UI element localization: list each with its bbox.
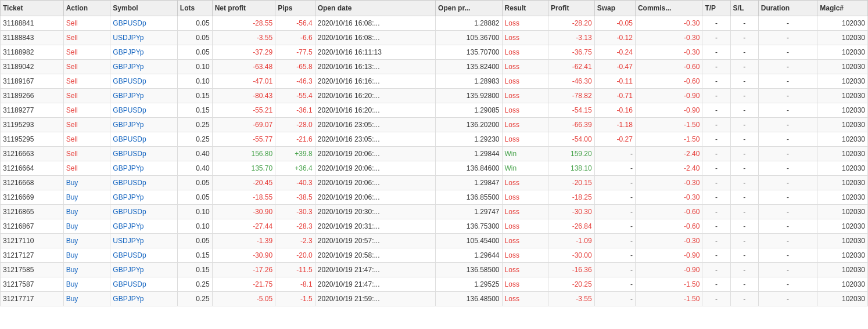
- cell-net-profit: -47.01: [212, 74, 275, 89]
- cell-symbol: GBPUSDp: [110, 176, 178, 190]
- cell-pips: -28.0: [275, 118, 315, 132]
- cell-swap: -: [594, 205, 635, 219]
- col-header-open-date[interactable]: Open date: [315, 1, 435, 16]
- cell-swap: -0.47: [594, 60, 635, 74]
- cell-open-date: 2020/10/16 16:20:...: [315, 89, 435, 103]
- cell-pips: -20.0: [275, 248, 315, 263]
- cell-profit: -18.25: [548, 190, 595, 205]
- col-header-result[interactable]: Result: [502, 1, 548, 16]
- cell-open-pr: 1.29847: [436, 176, 502, 190]
- cell-ticket: 31217127: [1, 248, 64, 263]
- col-header-action[interactable]: Action: [63, 1, 110, 16]
- col-header-profit[interactable]: Profit: [548, 1, 595, 16]
- cell-net-profit: -55.21: [212, 103, 275, 118]
- cell-open-date: 2020/10/19 20:57:...: [315, 234, 435, 248]
- cell-commission: -0.30: [635, 45, 702, 60]
- cell-duration: -: [758, 147, 817, 161]
- cell-ticket: 31195295: [1, 132, 64, 147]
- cell-commission: -0.30: [635, 190, 702, 205]
- cell-lots: 0.25: [177, 277, 212, 292]
- cell-tp: -: [702, 219, 730, 234]
- cell-duration: -: [758, 263, 817, 277]
- table-row: 31189266 Sell GBPJPYp 0.15 -80.43 -55.4 …: [1, 89, 868, 103]
- col-header-lots[interactable]: Lots: [177, 1, 212, 16]
- cell-ticket: 31189277: [1, 103, 64, 118]
- cell-net-profit: -80.43: [212, 89, 275, 103]
- cell-ticket: 31217587: [1, 277, 64, 292]
- cell-commission: -0.90: [635, 248, 702, 263]
- cell-result: Loss: [502, 234, 548, 248]
- cell-commission: -1.50: [635, 292, 702, 306]
- cell-action: Sell: [63, 60, 110, 74]
- cell-tp: -: [702, 190, 730, 205]
- cell-tp: -: [702, 292, 730, 306]
- cell-sl: -: [730, 60, 758, 74]
- cell-commission: -0.30: [635, 31, 702, 45]
- col-header-duration[interactable]: Duration: [758, 1, 817, 16]
- cell-symbol: GBPUSDp: [110, 248, 178, 263]
- cell-pips: -38.5: [275, 190, 315, 205]
- cell-net-profit: -21.75: [212, 277, 275, 292]
- cell-pips: -55.4: [275, 89, 315, 103]
- cell-symbol: GBPJPYp: [110, 292, 178, 306]
- col-header-pips[interactable]: Pips: [275, 1, 315, 16]
- col-header-ticket[interactable]: Ticket: [1, 1, 64, 16]
- cell-sl: -: [730, 161, 758, 176]
- cell-lots: 0.15: [177, 103, 212, 118]
- cell-magic: 102030: [817, 219, 868, 234]
- cell-net-profit: -30.90: [212, 248, 275, 263]
- cell-ticket: 31188841: [1, 16, 64, 31]
- cell-action: Buy: [63, 234, 110, 248]
- cell-result: Loss: [502, 74, 548, 89]
- col-header-sl[interactable]: S/L: [730, 1, 758, 16]
- cell-open-pr: 136.85500: [436, 190, 502, 205]
- cell-swap: -: [594, 277, 635, 292]
- cell-result: Win: [502, 161, 548, 176]
- cell-lots: 0.10: [177, 205, 212, 219]
- table-row: 31195295 Sell GBPUSDp 0.25 -55.77 -21.6 …: [1, 132, 868, 147]
- cell-duration: -: [758, 234, 817, 248]
- table-row: 31217127 Buy GBPUSDp 0.15 -30.90 -20.0 2…: [1, 248, 868, 263]
- col-header-net-profit[interactable]: Net profit: [212, 1, 275, 16]
- cell-ticket: 31217110: [1, 234, 64, 248]
- cell-commission: -0.30: [635, 16, 702, 31]
- cell-result: Loss: [502, 219, 548, 234]
- cell-net-profit: -27.44: [212, 219, 275, 234]
- cell-commission: -2.40: [635, 161, 702, 176]
- col-header-symbol[interactable]: Symbol: [110, 1, 178, 16]
- cell-net-profit: -3.55: [212, 31, 275, 45]
- cell-ticket: 31216867: [1, 219, 64, 234]
- cell-swap: -0.27: [594, 132, 635, 147]
- cell-lots: 0.10: [177, 219, 212, 234]
- cell-net-profit: -18.55: [212, 190, 275, 205]
- cell-ticket: 31216669: [1, 190, 64, 205]
- cell-ticket: 31216663: [1, 147, 64, 161]
- cell-open-date: 2020/10/19 21:47:...: [315, 277, 435, 292]
- cell-sl: -: [730, 263, 758, 277]
- cell-open-pr: 1.29085: [436, 103, 502, 118]
- cell-magic: 102030: [817, 263, 868, 277]
- table-row: 31217585 Buy GBPJPYp 0.15 -17.26 -11.5 2…: [1, 263, 868, 277]
- col-header-swap[interactable]: Swap: [594, 1, 635, 16]
- cell-commission: -1.50: [635, 118, 702, 132]
- table-row: 31217717 Buy GBPJPYp 0.25 -5.05 -1.5 202…: [1, 292, 868, 306]
- cell-sl: -: [730, 190, 758, 205]
- cell-duration: -: [758, 292, 817, 306]
- cell-tp: -: [702, 277, 730, 292]
- cell-sl: -: [730, 103, 758, 118]
- col-header-commission[interactable]: Commis...: [635, 1, 702, 16]
- col-header-open-pr[interactable]: Open pr...: [436, 1, 502, 16]
- cell-open-date: 2020/10/16 16:08:...: [315, 16, 435, 31]
- cell-result: Win: [502, 147, 548, 161]
- cell-action: Sell: [63, 132, 110, 147]
- cell-open-pr: 1.29230: [436, 132, 502, 147]
- cell-ticket: 31195293: [1, 118, 64, 132]
- cell-symbol: USDJPYp: [110, 31, 178, 45]
- cell-duration: -: [758, 74, 817, 89]
- cell-pips: +36.4: [275, 161, 315, 176]
- cell-tp: -: [702, 132, 730, 147]
- cell-net-profit: 156.80: [212, 147, 275, 161]
- cell-open-pr: 136.48500: [436, 292, 502, 306]
- col-header-magic[interactable]: Magic#: [817, 1, 868, 16]
- col-header-tp[interactable]: T/P: [702, 1, 730, 16]
